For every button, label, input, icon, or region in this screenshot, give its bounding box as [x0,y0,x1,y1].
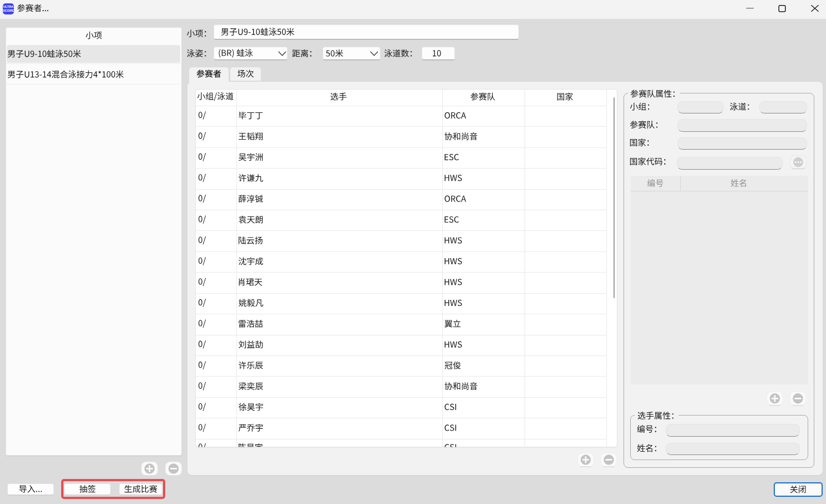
svg-text:ULTRA: ULTRA [3,5,14,8]
svg-text:SCORE: SCORE [3,9,14,12]
